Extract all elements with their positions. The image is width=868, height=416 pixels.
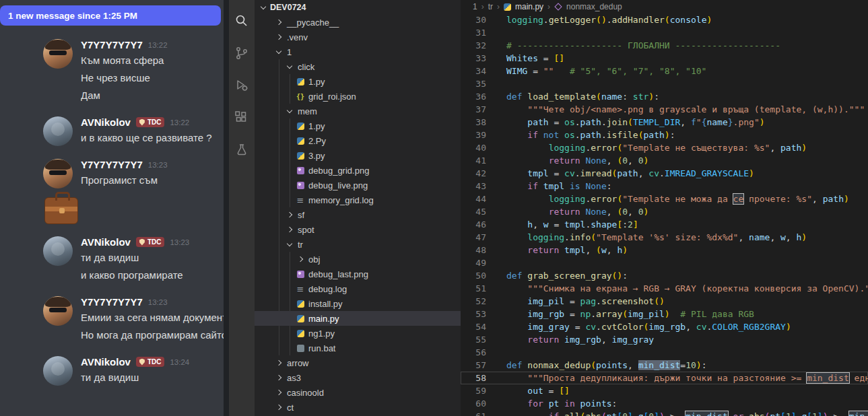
code-line[interactable]: 42 tmpl = cv.imread(path, cv.IMREAD_GRAY… — [461, 167, 868, 180]
file-2.Py[interactable]: 2.Py — [255, 133, 461, 148]
line-number[interactable]: 57 — [461, 359, 486, 372]
code-line[interactable]: 38 path = os.path.join(TEMPL_DIR, f"{nam… — [461, 116, 868, 129]
line-number[interactable]: 60 — [461, 397, 486, 410]
line-number[interactable]: 50 — [461, 269, 486, 282]
folder-1[interactable]: 1 — [255, 44, 461, 59]
line-number[interactable]: 35 — [461, 77, 486, 90]
line-number[interactable]: 53 — [461, 308, 486, 320]
line-number[interactable]: 42 — [461, 167, 486, 180]
code-line[interactable]: 36def load_template(name: str): — [461, 90, 868, 103]
line-number[interactable]: 36 — [461, 90, 486, 103]
breadcrumb-item-symbol[interactable]: nonmax_dedup — [566, 2, 622, 11]
discord-scrollbar[interactable] — [224, 0, 229, 416]
username[interactable]: AVNikolov — [81, 236, 131, 248]
line-number[interactable]: 52 — [461, 295, 486, 308]
line-number[interactable]: 45 — [461, 205, 486, 218]
extensions-icon[interactable] — [233, 109, 251, 127]
file-debug.log[interactable]: ≡debug.log — [255, 281, 461, 296]
explorer-root-folder[interactable]: DEV0724 — [255, 0, 461, 15]
file-1.py[interactable]: 1.py — [255, 118, 461, 133]
code-line[interactable]: 31 — [461, 26, 868, 39]
folder-.venv[interactable]: .venv — [255, 30, 461, 44]
avatar[interactable] — [43, 159, 73, 188]
code-line[interactable]: 43 if tmpl is None: — [461, 180, 868, 193]
code-line[interactable]: 53 img_rgb = np.array(img_pil) # PIL дав… — [461, 308, 868, 320]
search-icon[interactable] — [233, 12, 251, 30]
line-number[interactable]: 49 — [461, 256, 486, 269]
username[interactable]: Y7Y7Y7Y7Y7 — [81, 39, 143, 50]
code-line[interactable]: 50def grab_screen_gray(): — [461, 269, 868, 282]
avatar[interactable] — [43, 116, 73, 146]
breadcrumb-item-file[interactable]: main.py — [515, 2, 543, 11]
line-number[interactable]: 31 — [461, 26, 486, 39]
line-number[interactable]: 38 — [461, 116, 486, 129]
line-number[interactable]: 54 — [461, 320, 486, 333]
code-line[interactable]: 60 for pt in points: — [461, 397, 868, 410]
folder-click[interactable]: click — [255, 59, 461, 74]
line-number[interactable]: 47 — [461, 231, 486, 244]
code-line[interactable]: 52 img_pil = pag.screenshot() — [461, 295, 868, 308]
folder-obj[interactable]: obj — [255, 252, 461, 267]
code-line[interactable]: 40 logging.error("Template не съществува… — [461, 141, 868, 154]
folder-as3[interactable]: as3 — [255, 370, 461, 385]
file-ng1.py[interactable]: ng1.py — [255, 326, 461, 341]
code-line[interactable]: 44 logging.error("Template не можа да се… — [461, 193, 868, 205]
line-number[interactable]: 32 — [461, 39, 486, 52]
breadcrumb-item-1[interactable]: 1 — [473, 2, 477, 11]
file-1.py[interactable]: 1.py — [255, 74, 461, 89]
line-number[interactable]: 33 — [461, 52, 486, 65]
file-install.py[interactable]: install.py — [255, 296, 461, 311]
code-line[interactable]: 58 """Проста дедупликация: държи точки н… — [461, 372, 868, 384]
file-main.py[interactable]: main.py — [255, 311, 461, 326]
code-line[interactable]: 51 """Снимка на екрана → RGB → GRAY (кор… — [461, 282, 868, 295]
breadcrumb-item-tr[interactable]: tr — [488, 2, 493, 11]
source-control-icon[interactable] — [233, 44, 251, 62]
new-messages-banner[interactable]: 1 new message since 1:25 PM — [0, 5, 221, 26]
code-line[interactable]: 45 return None, (0, 0) — [461, 205, 868, 218]
file-run.bat[interactable]: run.bat — [255, 341, 461, 355]
testing-icon[interactable] — [233, 141, 251, 159]
code-line[interactable]: 57def nonmax_dedup(points, min_dist=10): — [461, 359, 868, 372]
file-debug_live.png[interactable]: debug_live.png — [255, 178, 461, 193]
folder-sf[interactable]: sf — [255, 207, 461, 222]
line-number[interactable]: 56 — [461, 346, 486, 359]
avatar[interactable] — [43, 356, 73, 386]
code-line[interactable]: 30logging.getLogger().addHandler(console… — [461, 13, 868, 26]
folder-ct[interactable]: ct — [255, 400, 461, 415]
line-number[interactable]: 59 — [461, 384, 486, 397]
code-line[interactable]: 55 return img_rgb, img_gray — [461, 333, 868, 346]
line-number[interactable]: 51 — [461, 282, 486, 295]
avatar[interactable] — [43, 296, 73, 326]
code-line[interactable]: 41 return None, (0, 0) — [461, 154, 868, 167]
line-number[interactable]: 61 — [461, 410, 486, 416]
folder-arrow[interactable]: arrow — [255, 355, 461, 370]
code-line[interactable]: 56 — [461, 346, 868, 359]
code-line[interactable]: 32# -------------------- ГЛОБАЛНИ ------… — [461, 39, 868, 52]
line-number[interactable]: 58 — [461, 372, 486, 384]
username[interactable]: Y7Y7Y7Y7Y7 — [81, 159, 143, 170]
line-number[interactable]: 48 — [461, 244, 486, 256]
line-number[interactable]: 55 — [461, 333, 486, 346]
code-line[interactable]: 33Whites = [] — [461, 52, 868, 65]
code-line[interactable]: 61 if all(abs(pt[0]-q[0]) >= min_dist or… — [461, 410, 868, 416]
line-number[interactable]: 46 — [461, 218, 486, 231]
folder-__pycache__[interactable]: __pycache__ — [255, 15, 461, 30]
line-number[interactable]: 44 — [461, 193, 486, 205]
folder-mem[interactable]: mem — [255, 104, 461, 118]
code-line[interactable]: 34WIMG = "" # "5", "6", "7", "8", "10" — [461, 65, 868, 77]
file-memory_grid.log[interactable]: ≡memory_grid.log — [255, 193, 461, 207]
run-debug-icon[interactable] — [233, 77, 251, 94]
line-number[interactable]: 39 — [461, 129, 486, 141]
code-line[interactable]: 39 if not os.path.isfile(path): — [461, 129, 868, 141]
line-number[interactable]: 41 — [461, 154, 486, 167]
code-line[interactable]: 37 """Чете obj/<name>.png в grayscale и … — [461, 103, 868, 116]
line-number[interactable]: 30 — [461, 13, 486, 26]
file-3.py[interactable]: 3.py — [255, 148, 461, 163]
folder-spot[interactable]: spot — [255, 222, 461, 237]
file-grid_roi.json[interactable]: {}grid_roi.json — [255, 89, 461, 104]
code-line[interactable]: 59 out = [] — [461, 384, 868, 397]
username[interactable]: Y7Y7Y7Y7Y7 — [81, 296, 143, 308]
folder-casinoold[interactable]: casinoold — [255, 385, 461, 400]
code-line[interactable]: 54 img_gray = cv.cvtColor(img_rgb, cv.CO… — [461, 320, 868, 333]
file-debug_grid.png[interactable]: debug_grid.png — [255, 163, 461, 178]
